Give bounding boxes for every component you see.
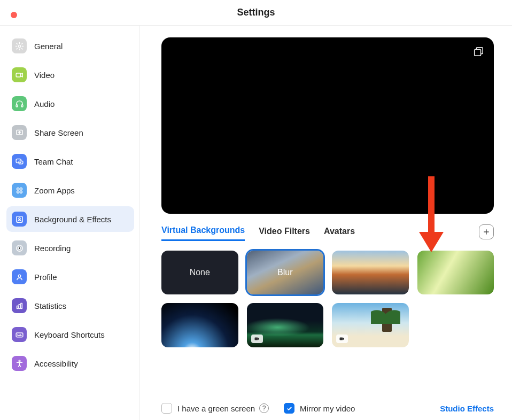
sidebar-item-teamchat[interactable]: Team Chat (6, 149, 134, 174)
sidebar-item-label: Zoom Apps (34, 186, 75, 195)
titlebar: Settings (0, 0, 512, 26)
svg-point-15 (18, 275, 21, 277)
sidebar-item-label: Keyboard Shortcuts (34, 330, 105, 339)
background-tile-none[interactable]: None (161, 251, 238, 294)
person-box-icon (12, 212, 27, 227)
svg-point-12 (18, 217, 20, 219)
svg-rect-16 (17, 306, 18, 308)
svg-rect-2 (16, 104, 18, 106)
sidebar-item-shortcuts[interactable]: Keyboard Shortcuts (6, 322, 134, 347)
keyboard-icon (12, 327, 27, 342)
add-background-button[interactable] (479, 224, 494, 239)
sidebar-item-label: Team Chat (34, 157, 73, 166)
share-icon (12, 125, 27, 140)
video-badge-icon (251, 335, 263, 343)
greenscreen-checkbox[interactable]: I have a green screen ? (161, 403, 269, 414)
user-icon (12, 269, 27, 284)
background-tile-blur[interactable]: Blur (247, 251, 324, 294)
sidebar-item-profile[interactable]: Profile (6, 264, 134, 290)
background-tile-earth[interactable] (161, 303, 238, 347)
close-window-dot[interactable] (11, 12, 17, 18)
sidebar-item-video[interactable]: Video (6, 62, 134, 88)
svg-point-8 (20, 188, 22, 190)
background-tile-label: Blur (277, 268, 292, 277)
record-icon (12, 240, 27, 255)
background-tile-grass[interactable] (417, 251, 494, 294)
a11y-icon (12, 356, 27, 371)
studio-effects-link[interactable]: Studio Effects (440, 404, 494, 413)
apps-icon (12, 183, 27, 198)
svg-point-20 (19, 360, 20, 362)
svg-rect-18 (20, 303, 21, 308)
sidebar-item-label: Recording (34, 244, 71, 253)
settings-sidebar: GeneralVideoAudioShare ScreenTeam ChatZo… (0, 26, 140, 420)
sidebar-item-label: Background & Effects (34, 215, 111, 224)
sidebar-item-label: Share Screen (34, 128, 83, 137)
sidebar-item-a11y[interactable]: Accessibility (6, 351, 134, 376)
svg-rect-21 (475, 49, 481, 56)
mirror-checkbox[interactable]: Mirror my video (284, 403, 355, 414)
sidebar-item-label: Audio (34, 99, 55, 108)
main-panel: Virtual BackgroundsVideo FiltersAvatars … (140, 26, 512, 420)
tab-avatars[interactable]: Avatars (324, 227, 355, 240)
stats-icon (12, 298, 27, 313)
window-title: Settings (237, 7, 275, 18)
background-tile-label: None (190, 268, 210, 277)
sidebar-item-label: Statistics (34, 301, 66, 310)
sidebar-item-recording[interactable]: Recording (6, 235, 134, 261)
sidebar-item-bgfx[interactable]: Background & Effects (6, 206, 134, 232)
mirror-label: Mirror my video (300, 404, 355, 413)
sidebar-item-label: Accessibility (34, 359, 78, 368)
chat-icon (12, 154, 27, 169)
background-tile-bridge[interactable] (332, 251, 409, 294)
help-icon[interactable]: ? (259, 403, 269, 413)
svg-rect-3 (21, 104, 23, 106)
effects-tabs: Virtual BackgroundsVideo FiltersAvatars (161, 225, 494, 241)
sidebar-item-label: Profile (34, 273, 57, 282)
rotate-camera-button[interactable] (472, 46, 484, 58)
svg-point-10 (20, 191, 22, 193)
svg-point-7 (17, 188, 19, 190)
svg-rect-22 (254, 337, 258, 340)
svg-rect-19 (16, 332, 23, 337)
sidebar-item-zoomapps[interactable]: Zoom Apps (6, 177, 134, 203)
headphones-icon (12, 96, 27, 111)
tab-video-filters[interactable]: Video Filters (259, 227, 310, 240)
content-area: GeneralVideoAudioShare ScreenTeam ChatZo… (0, 26, 512, 420)
video-preview (161, 37, 494, 214)
video-icon (12, 67, 27, 82)
svg-rect-17 (19, 304, 20, 308)
background-tile-beach[interactable] (332, 303, 409, 347)
svg-point-9 (17, 191, 19, 193)
sidebar-item-share[interactable]: Share Screen (6, 120, 134, 145)
tab-virtual-backgrounds[interactable]: Virtual Backgrounds (161, 225, 245, 241)
svg-rect-23 (340, 337, 343, 340)
background-grid: NoneBlur (161, 251, 494, 347)
sidebar-item-stats[interactable]: Statistics (6, 293, 134, 318)
sidebar-item-general[interactable]: General (6, 33, 134, 59)
sidebar-item-label: Video (34, 71, 55, 80)
svg-point-14 (18, 247, 20, 249)
gear-icon (12, 38, 27, 53)
svg-rect-1 (16, 73, 21, 76)
svg-point-0 (18, 45, 20, 47)
sidebar-item-label: General (34, 42, 63, 51)
background-tile-aurora[interactable] (247, 303, 324, 347)
sidebar-item-audio[interactable]: Audio (6, 91, 134, 116)
greenscreen-label: I have a green screen (177, 404, 255, 413)
video-badge-icon (336, 335, 348, 343)
bottom-options: I have a green screen ? Mirror my video … (161, 403, 494, 414)
